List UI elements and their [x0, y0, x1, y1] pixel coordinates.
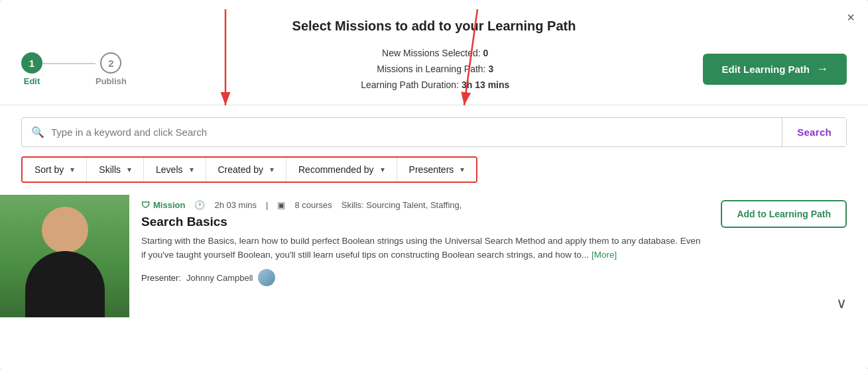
step-1-circle: 1	[21, 52, 42, 74]
mission-type-tag: 🛡 Mission	[141, 200, 185, 210]
meta-separator-1: |	[266, 200, 268, 210]
new-missions-stat: New Missions Selected: 0	[167, 46, 703, 62]
chevron-down-icon: ▾	[381, 165, 385, 174]
filter-recommended-by-label: Recommended by	[298, 164, 374, 175]
presenter-name: Johnny Campbell	[186, 273, 253, 283]
modal-title: Select Missions to add to your Learning …	[0, 0, 868, 46]
clock-icon: 🕐	[194, 200, 205, 210]
filter-presenters-label: Presenters	[409, 164, 454, 175]
search-button[interactable]: Search	[782, 118, 846, 146]
step-2-circle: 2	[100, 52, 121, 74]
result-description: Starting with the Basics, learn how to b…	[141, 235, 702, 262]
presenter-avatar	[258, 269, 275, 286]
filter-levels[interactable]: Levels ▾	[144, 158, 206, 182]
filter-skills[interactable]: Skills ▾	[87, 158, 144, 182]
close-button[interactable]: ×	[847, 11, 855, 24]
filter-recommended-by[interactable]: Recommended by ▾	[286, 158, 397, 182]
step-1: 1 Edit	[21, 52, 42, 86]
result-content: 🛡 Mission 🕐 2h 03 mins | ▣ 8 courses Ski…	[129, 195, 714, 317]
duration-stat: Learning Path Duration: 3h 13 mins	[167, 78, 703, 93]
more-link[interactable]: [More]	[591, 250, 617, 260]
mission-stats: New Missions Selected: 0 Missions in Lea…	[167, 46, 703, 93]
result-section: 🛡 Mission 🕐 2h 03 mins | ▣ 8 courses Ski…	[0, 183, 868, 317]
chevron-down-icon: ▾	[460, 165, 464, 174]
modal-container: × Select Missions to add to your Learnin…	[0, 0, 868, 369]
stepper: 1 Edit 2 Publish	[21, 52, 167, 86]
filter-levels-label: Levels	[156, 164, 182, 175]
filter-presenters[interactable]: Presenters ▾	[397, 158, 477, 182]
edit-button-arrow: →	[816, 62, 828, 76]
edit-learning-path-button[interactable]: Edit Learning Path →	[703, 54, 847, 85]
shield-icon: 🛡	[141, 200, 150, 210]
mission-type-label: Mission	[153, 200, 185, 210]
filter-sort-by[interactable]: Sort by ▾	[23, 158, 87, 182]
result-thumbnail	[0, 195, 129, 317]
filter-sort-by-label: Sort by	[34, 164, 64, 175]
search-input[interactable]	[51, 118, 782, 146]
presenter-label: Presenter:	[141, 273, 181, 283]
step-1-label: Edit	[24, 76, 40, 86]
chevron-down-icon: ▾	[190, 165, 194, 174]
filters-section: Sort by ▾ Skills ▾ Levels ▾ Created by ▾…	[0, 147, 868, 183]
filters-row: Sort by ▾ Skills ▾ Levels ▾ Created by ▾…	[21, 156, 477, 183]
result-courses: 8 courses	[294, 200, 332, 210]
filter-created-by-label: Created by	[218, 164, 263, 175]
step-connector	[42, 63, 95, 64]
search-bar: 🔍 Search	[21, 117, 847, 147]
presenter-row: Presenter: Johnny Campbell	[141, 269, 702, 286]
filter-created-by[interactable]: Created by ▾	[206, 158, 286, 182]
chevron-down-icon: ▾	[270, 165, 274, 174]
person-body	[25, 251, 105, 317]
edit-button-label: Edit Learning Path	[721, 64, 810, 75]
filter-skills-label: Skills	[99, 164, 121, 175]
step-2-label: Publish	[95, 76, 127, 86]
person-head	[42, 207, 88, 253]
result-title: Search Basics	[141, 215, 702, 229]
result-duration: 2h 03 mins	[214, 200, 257, 210]
search-icon: 🔍	[22, 126, 51, 138]
add-to-learning-path-button[interactable]: Add to Learning Path	[721, 200, 847, 228]
missions-in-path-stat: Missions in Learning Path: 3	[167, 62, 703, 78]
result-skills: Skills: Sourcing Talent, Staffing,	[341, 200, 462, 210]
courses-icon: ▣	[277, 200, 285, 210]
search-section: 🔍 Search	[0, 105, 868, 147]
person-image	[0, 195, 129, 317]
expand-chevron-icon[interactable]: ∨	[836, 295, 847, 312]
chevron-down-icon: ▾	[127, 165, 131, 174]
chevron-down-icon: ▾	[70, 165, 74, 174]
result-meta: 🛡 Mission 🕐 2h 03 mins | ▣ 8 courses Ski…	[141, 200, 702, 210]
top-section: 1 Edit 2 Publish New Missions Selected: …	[0, 46, 868, 105]
result-actions: Add to Learning Path ∨	[714, 195, 847, 317]
step-2: 2 Publish	[95, 52, 127, 86]
